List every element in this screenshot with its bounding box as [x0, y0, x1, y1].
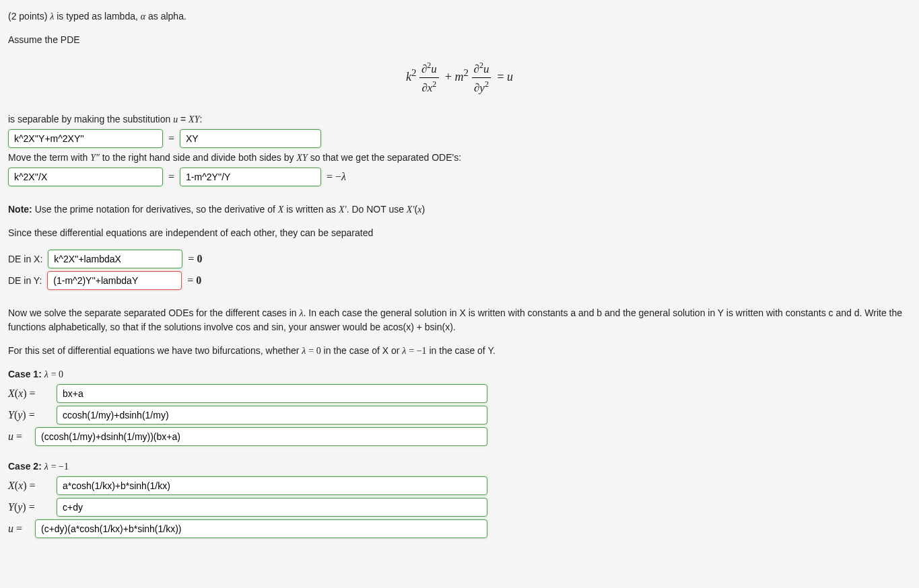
- input-substitution-lhs[interactable]: [8, 129, 163, 148]
- assume-pde: Assume the PDE: [8, 33, 911, 47]
- input-case2-x[interactable]: [57, 476, 487, 495]
- case2-y-row: Y(y) =: [8, 498, 911, 517]
- input-de-y[interactable]: [47, 271, 182, 290]
- input-de-x[interactable]: [48, 250, 182, 268]
- eq-zero-2: = 0: [187, 272, 201, 289]
- solve-para-1: Now we solve the separate separated ODEs…: [8, 306, 911, 334]
- de-x-row: DE in X: = 0: [8, 250, 911, 268]
- input-separated-rhs[interactable]: [180, 168, 321, 186]
- de-x-label: DE in X:: [8, 252, 42, 266]
- intro-line: (2 points) λ is typed as lambda, α as al…: [8, 9, 911, 24]
- eq-neg-lambda: = −λ: [327, 169, 346, 185]
- pde-equation: k2 ∂2u∂x2 + m2 ∂2u∂y2 = u: [8, 59, 911, 96]
- de-y-row: DE in Y: = 0: [8, 271, 911, 290]
- case2-u-row: u =: [8, 519, 911, 538]
- case1-title: Case 1: λ = 0: [8, 367, 911, 381]
- solve-para-2: For this set of differential equations w…: [8, 344, 911, 358]
- eq-zero-1: = 0: [188, 251, 202, 267]
- eq-sign-2: =: [168, 169, 174, 185]
- note-line: Note: Use the prime notation for derivat…: [8, 203, 911, 217]
- de-y-label: DE in Y:: [8, 274, 42, 288]
- move-term-text: Move the term with Y″ to the right hand …: [8, 151, 911, 165]
- input-case1-x[interactable]: [57, 384, 487, 403]
- input-separated-lhs[interactable]: [8, 168, 163, 186]
- case1-y-row: Y(y) =: [8, 406, 911, 425]
- separated-ode-row: = = −λ: [8, 168, 911, 186]
- input-case2-y[interactable]: [57, 498, 487, 517]
- case2-x-row: X(x) =: [8, 476, 911, 495]
- case2-title: Case 2: λ = −1: [8, 460, 911, 474]
- case1-u-row: u =: [8, 427, 911, 446]
- eq-sign-1: =: [168, 131, 174, 147]
- input-case2-u[interactable]: [35, 519, 487, 538]
- input-case1-y[interactable]: [57, 406, 487, 425]
- separable-text: is separable by making the substitution …: [8, 112, 911, 126]
- points-text: (2 points): [8, 11, 50, 22]
- independent-text: Since these differential equations are i…: [8, 226, 911, 240]
- case1-x-row: X(x) =: [8, 384, 911, 403]
- input-case1-u[interactable]: [35, 427, 487, 446]
- substitution-row: =: [8, 129, 911, 148]
- input-substitution-rhs[interactable]: [180, 129, 321, 148]
- note-label: Note:: [8, 204, 32, 215]
